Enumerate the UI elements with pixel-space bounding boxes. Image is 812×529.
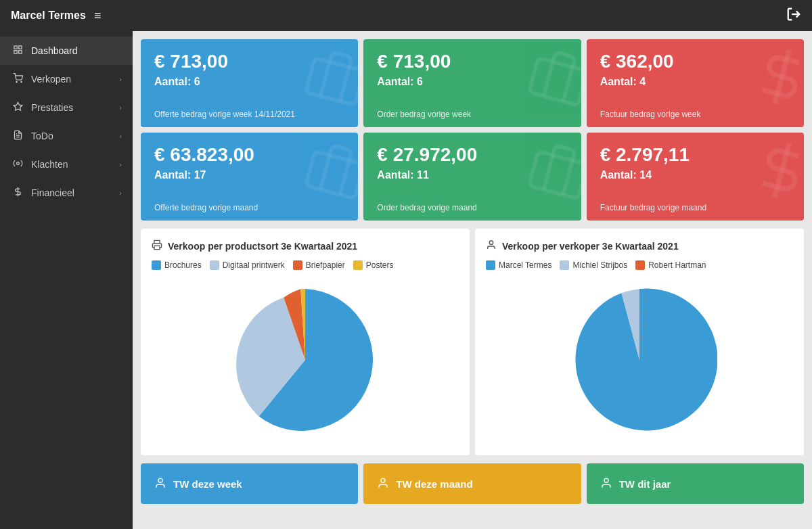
sidebar-item-left: Klachten <box>11 158 68 170</box>
legend-item: Michiel Strijbos <box>560 260 627 270</box>
svg-point-9 <box>16 162 19 165</box>
legend-label: Digitaal printwerk <box>223 260 285 270</box>
sidebar-label-financieel: Financieel <box>31 187 74 198</box>
dashboard-icon <box>11 45 24 57</box>
charts-grid: Verkoop per productsort 3e Kwartaal 2021… <box>141 229 804 455</box>
legend-dot <box>560 260 569 270</box>
bottom-card-tw-maand: TW deze maand <box>363 463 581 504</box>
chevron-icon: › <box>119 132 122 140</box>
legend-dot <box>635 260 645 270</box>
financieel-icon <box>11 187 24 199</box>
stat-label-factuur-maand: Factuur bedrag vorige maand <box>600 198 790 212</box>
stats-grid: € 713,00 Aantal: 6 Offerte bedrag vorige… <box>141 39 804 221</box>
stat-label-order-week: Order bedrag vorige week <box>377 104 567 119</box>
verkopen-icon <box>11 73 24 85</box>
bottom-card-label-tw-week: TW deze week <box>173 478 242 490</box>
stat-card-offerte-week: € 713,00 Aantal: 6 Offerte bedrag vorige… <box>141 39 358 127</box>
stat-card-order-week: € 713,00 Aantal: 6 Order bedrag vorige w… <box>363 39 581 127</box>
chevron-icon: › <box>119 189 122 197</box>
legend-label: Michiel Strijbos <box>572 260 627 270</box>
sidebar-item-left: Dashboard <box>11 45 78 57</box>
chevron-icon: › <box>119 104 122 112</box>
navbar-title: Marcel Termes <box>11 9 86 22</box>
exit-icon[interactable] <box>786 7 801 25</box>
productsort-chart-container <box>152 275 459 444</box>
stat-card-factuur-week: € 362,00 Aantal: 4 Factuur bedrag vorige… <box>587 39 804 127</box>
svg-rect-1 <box>14 46 16 49</box>
stat-label-order-maand: Order bedrag vorige maand <box>377 198 567 212</box>
sidebar-item-todo[interactable]: ToDo › <box>0 122 133 150</box>
stat-card-order-maand: € 27.972,00 Aantal: 11 Order bedrag vori… <box>363 133 581 221</box>
prestaties-icon <box>11 101 24 114</box>
svg-rect-3 <box>14 51 16 53</box>
stat-card-factuur-maand: € 2.797,11 Aantal: 14 Factuur bedrag vor… <box>587 133 804 221</box>
chart-productsort-title: Verkoop per productsort 3e Kwartaal 2021 <box>152 239 459 252</box>
bottom-card-icon-tw-jaar <box>600 477 612 491</box>
legend-dot <box>152 260 161 270</box>
productsort-pie <box>227 282 383 438</box>
chevron-icon: › <box>119 75 122 83</box>
printer-icon <box>152 239 162 252</box>
sidebar-item-verkopen[interactable]: Verkopen › <box>0 65 133 93</box>
sidebar-item-financieel[interactable]: Financieel › <box>0 179 133 207</box>
svg-point-18 <box>489 241 493 244</box>
legend-label: Briefpapier <box>306 260 345 270</box>
verkoper-pie <box>562 282 717 438</box>
main-content: € 713,00 Aantal: 6 Offerte bedrag vorige… <box>133 31 812 529</box>
chevron-icon: › <box>119 160 122 168</box>
stat-card-offerte-maand: € 63.823,00 Aantal: 17 Offerte bedrag vo… <box>141 133 358 221</box>
legend-label: Posters <box>366 260 394 270</box>
productsort-legend: Brochures Digitaal printwerk Briefpapier… <box>152 260 459 270</box>
legend-dot <box>353 260 363 270</box>
svg-rect-17 <box>154 246 160 249</box>
navbar: Marcel Termes ≡ <box>0 0 812 31</box>
bottom-card-icon-tw-maand <box>377 477 389 491</box>
sidebar-label-verkopen: Verkopen <box>31 74 71 85</box>
person-icon <box>486 239 497 252</box>
stat-label-offerte-maand: Offerte bedrag vorige maand <box>154 198 344 212</box>
legend-dot <box>210 260 219 270</box>
legend-label: Robert Hartman <box>648 260 706 270</box>
svg-point-20 <box>381 478 385 482</box>
svg-point-6 <box>20 82 21 83</box>
legend-dot <box>293 260 302 270</box>
sidebar: Dashboard Verkopen › Prestaties › ToDo ›… <box>0 31 133 529</box>
legend-item: Robert Hartman <box>635 260 706 270</box>
chart-verkoper: Verkoop per verkoper 3e Kwartaal 2021 Ma… <box>475 229 804 455</box>
verkoper-chart-container <box>486 275 793 444</box>
sidebar-label-dashboard: Dashboard <box>31 45 78 56</box>
legend-label: Brochures <box>164 260 202 270</box>
layout: Dashboard Verkopen › Prestaties › ToDo ›… <box>0 31 812 529</box>
todo-icon <box>11 130 24 142</box>
sidebar-item-left: ToDo <box>11 130 53 142</box>
bottom-card-tw-week: TW deze week <box>141 463 358 504</box>
sidebar-label-klachten: Klachten <box>31 159 68 170</box>
bottom-card-icon-tw-week <box>154 477 166 491</box>
svg-point-19 <box>158 478 162 482</box>
chart-productsort: Verkoop per productsort 3e Kwartaal 2021… <box>141 229 470 455</box>
sidebar-item-left: Prestaties <box>11 101 73 114</box>
navbar-left: Marcel Termes ≡ <box>11 9 101 23</box>
bottom-cards: TW deze week TW deze maand TW dit jaar <box>141 463 804 504</box>
svg-rect-2 <box>18 46 21 49</box>
legend-item: Marcel Termes <box>486 260 551 270</box>
sidebar-item-klachten[interactable]: Klachten › <box>0 150 133 179</box>
sidebar-label-todo: ToDo <box>31 131 53 141</box>
sidebar-item-dashboard[interactable]: Dashboard <box>0 37 133 65</box>
stat-label-offerte-week: Offerte bedrag vorige week 14/11/2021 <box>154 104 344 119</box>
svg-rect-4 <box>18 51 21 53</box>
stat-label-factuur-week: Factuur bedrag vorige week <box>600 104 790 119</box>
sidebar-item-left: Verkopen <box>11 73 71 85</box>
bottom-card-label-tw-maand: TW deze maand <box>396 478 472 490</box>
sidebar-label-prestaties: Prestaties <box>31 102 73 113</box>
legend-dot <box>486 260 495 270</box>
menu-icon[interactable]: ≡ <box>94 9 102 23</box>
svg-point-5 <box>16 82 17 83</box>
legend-item: Brochures <box>152 260 202 270</box>
legend-item: Digitaal printwerk <box>210 260 285 270</box>
bottom-card-label-tw-jaar: TW dit jaar <box>619 478 671 490</box>
legend-item: Briefpapier <box>293 260 345 270</box>
legend-label: Marcel Termes <box>499 260 551 270</box>
bottom-card-tw-jaar: TW dit jaar <box>587 463 804 504</box>
sidebar-item-prestaties[interactable]: Prestaties › <box>0 93 133 122</box>
